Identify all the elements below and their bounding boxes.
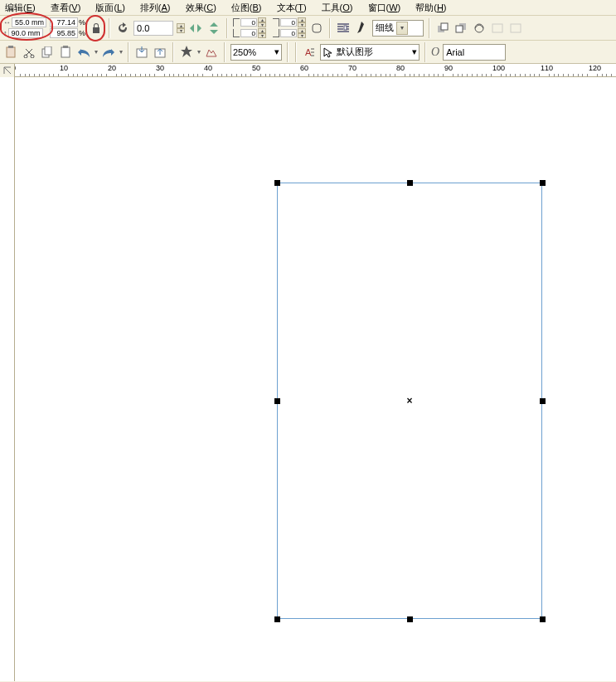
ruler-tick: 40 (204, 64, 212, 72)
percent-label: % (79, 28, 85, 38)
svg-rect-16 (63, 46, 68, 48)
font-dropdown[interactable]: Arial (443, 44, 506, 61)
rotation-input[interactable] (133, 21, 173, 36)
corel-online-button[interactable] (204, 45, 219, 60)
separator (109, 18, 110, 38)
ruler-tick: 80 (396, 64, 405, 72)
separator (226, 18, 228, 38)
ruler-origin-button[interactable] (0, 64, 15, 77)
corner-tr-spinner[interactable]: ▴▾ (298, 17, 306, 27)
selection-handle[interactable] (274, 616, 280, 622)
corner-bl-input[interactable] (240, 29, 257, 37)
ruler-tick: 90 (444, 64, 453, 72)
cursor-icon (323, 46, 334, 58)
svg-rect-0 (313, 24, 321, 32)
undo-button[interactable] (76, 45, 91, 60)
to-back-button[interactable] (454, 21, 468, 36)
ruler-tick: 10 (60, 64, 68, 72)
x-icon: ↔ (3, 18, 11, 27)
round-corners-together-button[interactable] (309, 21, 324, 36)
selection-handle[interactable] (407, 616, 413, 622)
paste-button[interactable] (3, 45, 18, 60)
separator (329, 18, 331, 38)
wrap-text-button[interactable] (336, 21, 351, 36)
redo-dropdown-arrow[interactable]: ▾ (119, 48, 123, 56)
export-button[interactable] (153, 45, 167, 60)
mirror-vertical-button[interactable] (206, 21, 221, 36)
corner-br-input[interactable] (280, 29, 297, 37)
undo-dropdown-arrow[interactable]: ▾ (95, 48, 98, 56)
to-front-button[interactable] (435, 21, 450, 36)
selection-handle[interactable] (540, 398, 546, 404)
menu-edit[interactable]: 编辑(E) (5, 2, 36, 14)
svg-rect-15 (61, 47, 70, 57)
menu-bitmaps[interactable]: 位图(B) (231, 2, 262, 14)
outline-pen-icon (354, 21, 369, 36)
disabled-button-2 (508, 21, 523, 36)
svg-rect-3 (441, 23, 448, 30)
separator (172, 42, 174, 62)
copy-button[interactable] (40, 45, 55, 60)
menu-tools[interactable]: 工具(O) (322, 2, 353, 14)
menu-help[interactable]: 帮助(H) (415, 2, 446, 14)
menu-text[interactable]: 文本(T) (277, 2, 307, 14)
rotation-spinner[interactable]: ▴▾ (177, 23, 185, 33)
lock-ratio-button[interactable] (89, 21, 104, 36)
standard-toolbar: ▾ ▾ ▾ 250% ▾ A 默认图形 ▾ O Arial (0, 41, 616, 64)
ruler-tick: 120 (589, 64, 601, 72)
clipboard-button[interactable] (58, 45, 73, 60)
selection-handle[interactable] (540, 616, 546, 622)
corner-br-spinner[interactable]: ▴▾ (298, 28, 306, 38)
y-icon: ↕ (3, 29, 7, 37)
x-position-input[interactable] (12, 17, 46, 27)
corner-tl-input[interactable] (240, 18, 257, 27)
corner-bl-spinner[interactable]: ▴▾ (258, 28, 266, 38)
mirror-horizontal-button[interactable] (188, 21, 203, 36)
menu-layout[interactable]: 版面(L) (95, 2, 124, 14)
import-button[interactable] (134, 45, 149, 60)
scale-width-input[interactable] (50, 17, 78, 27)
ruler-tick: 0 (15, 64, 16, 72)
corner-br-icon (273, 29, 279, 37)
property-bar: ↔ ↕ % % ▴▾ (0, 16, 616, 41)
menu-view[interactable]: 查看(V) (51, 2, 81, 14)
menu-effects[interactable]: 效果(C) (186, 2, 216, 14)
cut-button[interactable] (22, 45, 36, 60)
selection-handle[interactable] (540, 180, 546, 186)
horizontal-ruler[interactable]: 0102030405060708090100110120 (0, 64, 616, 77)
chevron-down-icon: ▾ (274, 46, 279, 57)
style-value: 默认图形 (337, 46, 373, 58)
scale-height-input[interactable] (50, 28, 78, 38)
convert-to-curves-button[interactable] (472, 21, 487, 36)
app-launcher-button[interactable] (179, 45, 194, 60)
font-value: Arial (446, 47, 464, 57)
separator (224, 42, 226, 62)
selection-handle[interactable] (274, 180, 280, 186)
text-align-button[interactable]: A (302, 45, 317, 60)
corner-tl-spinner[interactable]: ▴▾ (258, 17, 266, 27)
corner-tr-input[interactable] (280, 18, 297, 27)
position-group: ↔ ↕ (3, 17, 46, 38)
vertical-ruler[interactable] (0, 77, 15, 681)
redo-button[interactable] (101, 45, 116, 60)
selection-handle[interactable] (407, 180, 413, 186)
launcher-dropdown-arrow[interactable]: ▾ (197, 48, 201, 56)
svg-rect-1 (344, 26, 347, 30)
menu-window[interactable]: 窗口(W) (368, 2, 401, 14)
svg-rect-8 (511, 24, 521, 32)
canvas[interactable]: × (15, 77, 616, 681)
percent-label: % (79, 17, 85, 27)
ruler-tick: 50 (252, 64, 260, 72)
separator (295, 42, 297, 62)
outline-width-dropdown[interactable]: 细线 ▾ (372, 20, 424, 37)
graphic-style-dropdown[interactable]: 默认图形 ▾ (320, 44, 420, 61)
outline-width-value: 细线 (376, 22, 394, 34)
selection-handle[interactable] (274, 398, 280, 404)
scale-group: % % (50, 17, 85, 38)
zoom-dropdown[interactable]: 250% ▾ (230, 44, 282, 61)
separator (429, 18, 430, 38)
menu-arrange[interactable]: 排列(A) (140, 2, 171, 14)
chevron-down-icon: ▾ (412, 46, 417, 57)
disabled-button-1 (490, 21, 505, 36)
y-position-input[interactable] (8, 28, 43, 38)
